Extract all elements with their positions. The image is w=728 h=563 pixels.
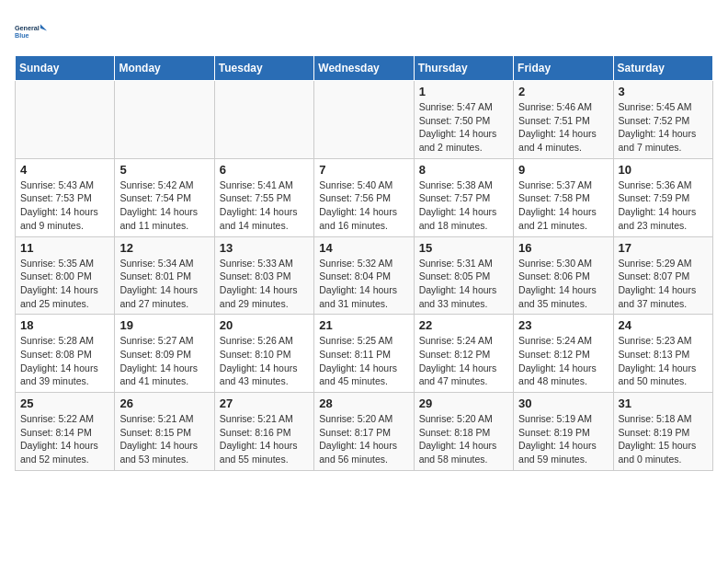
cell-date: 16 xyxy=(518,241,608,255)
calendar-cell: 11Sunrise: 5:35 AMSunset: 8:00 PMDayligh… xyxy=(16,236,115,315)
cell-info: Sunrise: 5:40 AMSunset: 7:56 PMDaylight:… xyxy=(319,178,408,233)
cell-info: Sunrise: 5:41 AMSunset: 7:55 PMDaylight:… xyxy=(220,178,309,233)
day-header: Tuesday xyxy=(214,56,313,81)
cell-date: 22 xyxy=(419,318,508,332)
cell-info: Sunrise: 5:21 AMSunset: 8:16 PMDaylight:… xyxy=(220,412,309,466)
calendar-cell: 8Sunrise: 5:38 AMSunset: 7:57 PMDaylight… xyxy=(414,158,513,236)
cell-info: Sunrise: 5:43 AMSunset: 7:53 PMDaylight:… xyxy=(20,178,109,233)
calendar-row: 11Sunrise: 5:35 AMSunset: 8:00 PMDayligh… xyxy=(16,236,713,315)
calendar-cell xyxy=(214,81,313,159)
calendar-cell: 24Sunrise: 5:23 AMSunset: 8:13 PMDayligh… xyxy=(613,315,712,393)
cell-date: 17 xyxy=(619,241,708,255)
calendar-cell: 10Sunrise: 5:36 AMSunset: 7:59 PMDayligh… xyxy=(613,158,712,236)
page-header: GeneralBlue xyxy=(15,15,713,48)
cell-info: Sunrise: 5:37 AMSunset: 7:58 PMDaylight:… xyxy=(518,178,608,233)
cell-info: Sunrise: 5:19 AMSunset: 8:19 PMDaylight:… xyxy=(518,412,608,466)
calendar-cell: 12Sunrise: 5:34 AMSunset: 8:01 PMDayligh… xyxy=(115,236,214,315)
day-header: Friday xyxy=(514,56,613,81)
svg-text:General: General xyxy=(15,24,40,32)
cell-date: 1 xyxy=(419,85,508,98)
cell-info: Sunrise: 5:34 AMSunset: 8:01 PMDaylight:… xyxy=(119,257,209,311)
cell-info: Sunrise: 5:26 AMSunset: 8:10 PMDaylight:… xyxy=(220,334,309,388)
calendar-row: 18Sunrise: 5:28 AMSunset: 8:08 PMDayligh… xyxy=(16,315,713,393)
cell-info: Sunrise: 5:18 AMSunset: 8:19 PMDaylight:… xyxy=(619,412,708,466)
calendar-cell: 28Sunrise: 5:20 AMSunset: 8:17 PMDayligh… xyxy=(314,393,414,471)
cell-date: 4 xyxy=(20,163,109,177)
calendar-cell: 19Sunrise: 5:27 AMSunset: 8:09 PMDayligh… xyxy=(115,315,214,393)
cell-info: Sunrise: 5:30 AMSunset: 8:06 PMDaylight:… xyxy=(518,257,608,311)
calendar-cell: 27Sunrise: 5:21 AMSunset: 8:16 PMDayligh… xyxy=(214,393,313,471)
cell-date: 13 xyxy=(220,241,309,255)
cell-info: Sunrise: 5:23 AMSunset: 8:13 PMDaylight:… xyxy=(619,334,708,388)
cell-date: 6 xyxy=(220,163,309,177)
calendar-cell: 15Sunrise: 5:31 AMSunset: 8:05 PMDayligh… xyxy=(414,236,513,315)
day-header: Thursday xyxy=(414,56,513,81)
logo: GeneralBlue xyxy=(15,15,48,48)
cell-info: Sunrise: 5:21 AMSunset: 8:15 PMDaylight:… xyxy=(119,412,209,466)
cell-date: 5 xyxy=(119,163,209,177)
cell-date: 12 xyxy=(119,241,209,255)
cell-date: 30 xyxy=(518,396,608,410)
cell-info: Sunrise: 5:38 AMSunset: 7:57 PMDaylight:… xyxy=(419,178,508,233)
calendar-cell: 31Sunrise: 5:18 AMSunset: 8:19 PMDayligh… xyxy=(613,393,712,471)
calendar-cell: 5Sunrise: 5:42 AMSunset: 7:54 PMDaylight… xyxy=(115,158,214,236)
day-header: Sunday xyxy=(16,56,115,81)
calendar-cell: 3Sunrise: 5:45 AMSunset: 7:52 PMDaylight… xyxy=(613,81,712,159)
cell-date: 18 xyxy=(20,318,109,332)
cell-date: 29 xyxy=(419,396,508,410)
cell-date: 8 xyxy=(419,163,508,177)
calendar-row: 25Sunrise: 5:22 AMSunset: 8:14 PMDayligh… xyxy=(16,393,713,471)
cell-date: 10 xyxy=(619,163,708,177)
calendar-cell: 17Sunrise: 5:29 AMSunset: 8:07 PMDayligh… xyxy=(613,236,712,315)
cell-date: 31 xyxy=(619,396,708,410)
cell-date: 11 xyxy=(20,241,109,255)
cell-date: 25 xyxy=(20,396,109,410)
calendar-cell xyxy=(314,81,414,159)
cell-info: Sunrise: 5:35 AMSunset: 8:00 PMDaylight:… xyxy=(20,257,109,311)
cell-info: Sunrise: 5:33 AMSunset: 8:03 PMDaylight:… xyxy=(220,257,309,311)
header-row: SundayMondayTuesdayWednesdayThursdayFrid… xyxy=(16,56,713,81)
cell-date: 7 xyxy=(319,163,408,177)
day-header: Monday xyxy=(115,56,214,81)
calendar-cell: 2Sunrise: 5:46 AMSunset: 7:51 PMDaylight… xyxy=(514,81,613,159)
cell-info: Sunrise: 5:20 AMSunset: 8:18 PMDaylight:… xyxy=(419,412,508,466)
cell-info: Sunrise: 5:45 AMSunset: 7:52 PMDaylight:… xyxy=(619,100,708,155)
calendar-cell: 1Sunrise: 5:47 AMSunset: 7:50 PMDaylight… xyxy=(414,81,513,159)
cell-date: 27 xyxy=(220,396,309,410)
calendar-cell: 29Sunrise: 5:20 AMSunset: 8:18 PMDayligh… xyxy=(414,393,513,471)
calendar-cell: 14Sunrise: 5:32 AMSunset: 8:04 PMDayligh… xyxy=(314,236,414,315)
cell-info: Sunrise: 5:27 AMSunset: 8:09 PMDaylight:… xyxy=(119,334,209,388)
calendar-cell: 13Sunrise: 5:33 AMSunset: 8:03 PMDayligh… xyxy=(214,236,313,315)
cell-date: 19 xyxy=(119,318,209,332)
calendar-cell: 20Sunrise: 5:26 AMSunset: 8:10 PMDayligh… xyxy=(214,315,313,393)
cell-info: Sunrise: 5:32 AMSunset: 8:04 PMDaylight:… xyxy=(319,257,408,311)
logo-icon: GeneralBlue xyxy=(15,15,48,48)
calendar-cell xyxy=(115,81,214,159)
calendar-cell: 4Sunrise: 5:43 AMSunset: 7:53 PMDaylight… xyxy=(16,158,115,236)
cell-info: Sunrise: 5:20 AMSunset: 8:17 PMDaylight:… xyxy=(319,412,408,466)
svg-marker-2 xyxy=(40,24,47,30)
cell-date: 2 xyxy=(518,85,608,98)
cell-info: Sunrise: 5:25 AMSunset: 8:11 PMDaylight:… xyxy=(319,334,408,388)
cell-info: Sunrise: 5:24 AMSunset: 8:12 PMDaylight:… xyxy=(419,334,508,388)
calendar-cell: 7Sunrise: 5:40 AMSunset: 7:56 PMDaylight… xyxy=(314,158,414,236)
calendar-cell: 16Sunrise: 5:30 AMSunset: 8:06 PMDayligh… xyxy=(514,236,613,315)
calendar-cell: 25Sunrise: 5:22 AMSunset: 8:14 PMDayligh… xyxy=(16,393,115,471)
cell-date: 28 xyxy=(319,396,408,410)
cell-date: 14 xyxy=(319,241,408,255)
cell-date: 20 xyxy=(220,318,309,332)
calendar-cell: 22Sunrise: 5:24 AMSunset: 8:12 PMDayligh… xyxy=(414,315,513,393)
cell-info: Sunrise: 5:46 AMSunset: 7:51 PMDaylight:… xyxy=(518,100,608,155)
cell-date: 24 xyxy=(619,318,708,332)
cell-info: Sunrise: 5:28 AMSunset: 8:08 PMDaylight:… xyxy=(20,334,109,388)
calendar-cell: 30Sunrise: 5:19 AMSunset: 8:19 PMDayligh… xyxy=(514,393,613,471)
calendar-table: SundayMondayTuesdayWednesdayThursdayFrid… xyxy=(15,55,713,471)
calendar-cell: 26Sunrise: 5:21 AMSunset: 8:15 PMDayligh… xyxy=(115,393,214,471)
cell-info: Sunrise: 5:22 AMSunset: 8:14 PMDaylight:… xyxy=(20,412,109,466)
cell-date: 9 xyxy=(518,163,608,177)
cell-date: 21 xyxy=(319,318,408,332)
cell-info: Sunrise: 5:36 AMSunset: 7:59 PMDaylight:… xyxy=(619,178,708,233)
svg-text:Blue: Blue xyxy=(15,31,29,40)
cell-info: Sunrise: 5:29 AMSunset: 8:07 PMDaylight:… xyxy=(619,257,708,311)
cell-info: Sunrise: 5:31 AMSunset: 8:05 PMDaylight:… xyxy=(419,257,508,311)
